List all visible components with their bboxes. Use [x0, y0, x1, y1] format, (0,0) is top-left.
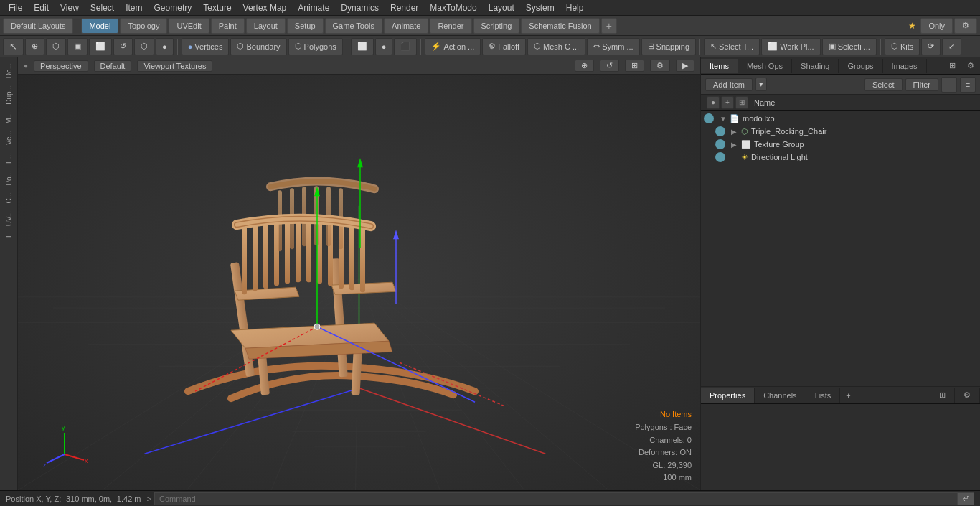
sidebar-item-de[interactable]: De... [4, 60, 14, 81]
tab-setup[interactable]: Setup [287, 18, 324, 34]
vp-icon2[interactable]: ↺ [600, 60, 619, 72]
tab-topology[interactable]: Topology [120, 18, 167, 34]
add-item-dropdown[interactable]: ▾ [755, 78, 767, 91]
command-input[interactable] [154, 492, 958, 505]
select-t-btn[interactable]: ↖ Select T... [704, 38, 760, 55]
mesh-c-btn[interactable]: ⬡ Mesh C ... [527, 38, 585, 55]
sidebar-item-c[interactable]: C... [4, 189, 14, 207]
refresh-btn[interactable]: ⟳ [921, 38, 941, 55]
menu-animate[interactable]: Animate [292, 1, 335, 14]
loop-btn[interactable]: ⬜ [89, 38, 112, 55]
vp-play[interactable]: ▶ [676, 60, 694, 72]
menu-dynamics[interactable]: Dynamics [335, 1, 385, 14]
tab-scripting[interactable]: Scripting [473, 18, 520, 34]
add-item-btn[interactable]: Add Item [705, 78, 753, 91]
arrow-texgrp[interactable]: ▶ [731, 141, 738, 149]
vis-header-btn[interactable]: ● [707, 96, 720, 109]
tree-item-mesh[interactable]: ▶ ⬡ Triple_Rocking_Chair [701, 125, 980, 138]
items-select-btn[interactable]: Select [864, 78, 903, 91]
vp-settings[interactable]: ⚙ [650, 60, 670, 72]
tree-item-texgrp[interactable]: ▶ ⬜ Texture Group [701, 138, 980, 151]
viewport[interactable]: ● Perspective Default Viewport Textures … [18, 57, 700, 490]
menu-render[interactable]: Render [385, 1, 424, 14]
sidebar-item-dup[interactable]: Dup... [4, 83, 14, 108]
menu-maxtomodo[interactable]: MaxToModo [424, 1, 482, 14]
camera-btn[interactable]: Perspective [34, 60, 88, 72]
tab-shading[interactable]: Shading [792, 59, 839, 73]
sidebar-item-f[interactable]: F [4, 230, 14, 240]
tab-channels[interactable]: Channels [755, 388, 806, 403]
mesh-btn[interactable]: ⬡ [134, 38, 154, 55]
menu-geometry[interactable]: Geometry [149, 1, 198, 14]
tab-expand-btn[interactable]: ⊞ [943, 58, 961, 73]
scene-tree[interactable]: ▼ 📄 modo.lxo ▶ ⬡ Triple_Rocking_Chair ▶ … [701, 111, 980, 386]
tex-toggle-btn[interactable]: ⬛ [394, 38, 417, 55]
boundary-btn[interactable]: ⬡ Boundary [230, 38, 286, 55]
filter-header-btn[interactable]: ⊞ [735, 96, 748, 109]
menu-system[interactable]: System [520, 1, 560, 14]
tab-layout[interactable]: Layout [246, 18, 286, 34]
selecti-btn[interactable]: ▣ Selecti ... [822, 38, 877, 55]
settings-button[interactable]: ⚙ [954, 18, 977, 34]
viewport-canvas[interactable]: z x y No Items Polygons : Face Channels:… [18, 75, 700, 490]
vis-dot-light[interactable] [715, 152, 725, 162]
sidebar-item-m[interactable]: M... [4, 109, 14, 127]
tab-lock-btn[interactable]: ⚙ [961, 58, 980, 73]
sidebar-item-po[interactable]: Po... [4, 168, 14, 189]
tab-groups[interactable]: Groups [839, 59, 882, 73]
square-btn[interactable]: ⬜ [351, 38, 374, 55]
tab-paint[interactable]: Paint [211, 18, 245, 34]
circle-btn[interactable]: ● [375, 38, 393, 55]
tab-schematic-fusion[interactable]: Schematic Fusion [521, 18, 599, 34]
vp-icon3[interactable]: ⊞ [625, 60, 644, 72]
arrow-root[interactable]: ▼ [720, 115, 727, 123]
props-settings[interactable]: ⚙ [955, 388, 980, 403]
menu-layout[interactable]: Layout [483, 1, 520, 14]
tab-images[interactable]: Images [883, 59, 927, 73]
snapping-btn[interactable]: ⊞ Snapping [641, 38, 697, 55]
items-minus-btn[interactable]: − [941, 77, 957, 93]
menu-file[interactable]: File [3, 1, 28, 14]
tab-items[interactable]: Items [701, 59, 738, 73]
vis-dot-mesh[interactable] [715, 126, 725, 136]
add-header-btn[interactable]: + [721, 96, 734, 109]
rotate-btn[interactable]: ↺ [113, 38, 133, 55]
kits-btn[interactable]: ⬡ Kits [885, 38, 920, 55]
world-btn[interactable]: ⊕ [25, 38, 44, 55]
dot-btn[interactable]: ● [156, 38, 174, 55]
menu-view[interactable]: View [55, 1, 85, 14]
texture-mode-btn[interactable]: Viewport Textures [137, 60, 212, 72]
layouts-dropdown[interactable]: Default Layouts [3, 18, 73, 34]
menu-edit[interactable]: Edit [28, 1, 55, 14]
sidebar-item-uv[interactable]: UV... [4, 208, 14, 229]
work-plane-btn[interactable]: ⬜ Work Pl... [761, 38, 820, 55]
menu-item[interactable]: Item [120, 1, 148, 14]
tab-uvedit[interactable]: UVEdit [169, 18, 209, 34]
vp-icon1[interactable]: ⊕ [575, 60, 594, 72]
only-button[interactable]: Only [920, 18, 953, 34]
menu-select[interactable]: Select [85, 1, 120, 14]
menu-help[interactable]: Help [560, 1, 590, 14]
select-mode-btn[interactable]: ↖ [3, 38, 24, 55]
box-btn[interactable]: ▣ [67, 38, 88, 55]
props-add-tab[interactable]: + [840, 388, 856, 403]
vis-dot-texgrp[interactable] [715, 139, 725, 149]
props-expand[interactable]: ⊞ [930, 388, 955, 403]
viewport-toggle[interactable]: ● [24, 62, 28, 70]
tab-animate[interactable]: Animate [384, 18, 428, 34]
sidebar-item-ve[interactable]: Ve... [4, 128, 14, 148]
symm-btn[interactable]: ⇔ Symm ... [587, 38, 639, 55]
tree-item-root[interactable]: ▼ 📄 modo.lxo [701, 112, 980, 125]
add-tab-button[interactable]: + [601, 18, 617, 34]
hex-btn[interactable]: ⬡ [46, 38, 66, 55]
vertices-btn[interactable]: ● Vertices [182, 38, 230, 55]
items-filter-btn[interactable]: Filter [905, 78, 938, 91]
tab-mesh-ops[interactable]: Mesh Ops [738, 59, 792, 73]
menu-vertex-map[interactable]: Vertex Map [237, 1, 293, 14]
command-go-btn[interactable]: ⏎ [958, 492, 974, 505]
tab-game-tools[interactable]: Game Tools [325, 18, 383, 34]
tab-model[interactable]: Model [81, 18, 118, 34]
items-settings-btn[interactable]: ≡ [960, 77, 976, 93]
3d-scene[interactable]: z x y No Items Polygons : Face Channels:… [18, 75, 700, 490]
falloff-btn[interactable]: ⚙ Falloff [482, 38, 526, 55]
